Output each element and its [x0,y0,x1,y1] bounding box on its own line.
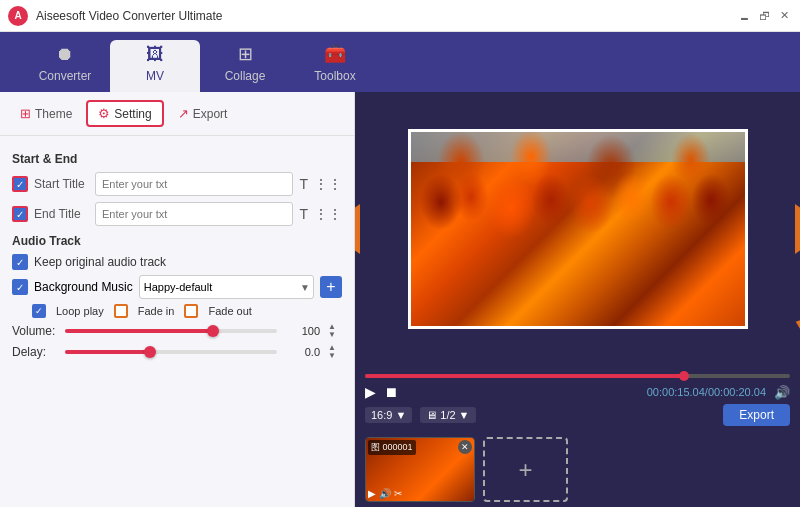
play-button[interactable]: ▶ [365,384,376,400]
start-title-input[interactable] [95,172,293,196]
setting-icon: ⚙ [98,106,110,121]
mv-icon: 🖼 [146,44,164,65]
delay-label: Delay: [12,345,57,359]
keep-original-checkbox[interactable]: ✓ [12,254,28,270]
film-clip-remove-button[interactable]: ✕ [458,440,472,454]
volume-slider[interactable] [65,329,277,333]
export-button[interactable]: Export [723,404,790,426]
preview-video [408,129,748,329]
progress-fill [365,374,684,378]
music-select-wrapper: Happy-default Romantic Energetic Calm ▼ [139,275,314,299]
subtab-theme-label: Theme [35,107,72,121]
end-title-row: ✓ End Title T ⋮⋮ [12,202,342,226]
scale-value: 1/2 [440,409,455,421]
film-clip-label: 图 000001 [368,440,416,455]
volume-icon[interactable]: 🔊 [774,385,790,400]
subtab-export-label: Export [193,107,228,121]
add-clip-icon: + [518,456,532,484]
nav-tabs: ⏺ Converter 🖼 MV ⊞ Collage 🧰 Toolbox [0,32,800,92]
filmstrip: 图 000001 ✕ ▶ 🔊 ✂ + [355,432,800,507]
tab-mv[interactable]: 🖼 MV [110,40,200,92]
delay-slider[interactable] [65,350,277,354]
scissors-icon: ✂ [394,488,402,499]
theme-icon: ⊞ [20,106,31,121]
title-bar: A Aiseesoft Video Converter Ultimate 🗕 🗗… [0,0,800,32]
end-text-format-button[interactable]: T [299,206,308,222]
play-icon: ▶ [368,488,376,499]
time-display: 00:00:15.04/00:00:20.04 [406,386,766,398]
subtab-theme[interactable]: ⊞ Theme [10,102,82,125]
end-title-input[interactable] [95,202,293,226]
film-clip[interactable]: 图 000001 ✕ ▶ 🔊 ✂ [365,437,475,502]
bg-music-label: Background Music [34,280,133,294]
loop-check-icon: ✓ [35,306,43,316]
window-controls: 🗕 🗗 ✕ [736,8,792,24]
restore-button[interactable]: 🗗 [756,8,772,24]
sub-tabs: ⊞ Theme ⚙ Setting ↗ Export [0,92,354,136]
volume-row: Volume: 100 ▲ ▼ [12,323,342,339]
volume-value: 100 [285,325,320,337]
add-music-button[interactable]: + [320,276,342,298]
progress-thumb [679,371,689,381]
settings-content: Start & End ✓ Start Title T ⋮⋮ ✓ End Tit… [0,136,354,507]
fade-out-checkbox[interactable] [184,304,198,318]
tab-collage[interactable]: ⊞ Collage [200,40,290,92]
right-panel: ▶ ⏹ 00:00:15.04/00:00:20.04 🔊 16:9 ▼ 🖥 1… [355,92,800,507]
start-title-checkbox[interactable]: ✓ [12,176,28,192]
tab-toolbox[interactable]: 🧰 Toolbox [290,40,380,92]
add-clip-button[interactable]: + [483,437,568,502]
end-title-label: End Title [34,207,89,221]
start-title-label: Start Title [34,177,89,191]
volume-down-button[interactable]: ▼ [328,331,342,339]
bg-music-row: ✓ Background Music Happy-default Romanti… [12,275,342,299]
delay-down-button[interactable]: ▼ [328,352,342,360]
keep-original-label: Keep original audio track [34,255,166,269]
scale-icon: 🖥 [426,409,437,421]
progress-bar[interactable] [365,374,790,378]
bottom-arrow-decoration [789,303,800,349]
loop-play-checkbox[interactable]: ✓ [32,304,46,318]
right-arrow-decoration [795,204,800,254]
preview-area [355,92,800,366]
play-controls: ▶ ⏹ 00:00:15.04/00:00:20.04 🔊 16:9 ▼ 🖥 1… [355,366,800,432]
controls-row2: 16:9 ▼ 🖥 1/2 ▼ Export [365,404,790,426]
minimize-button[interactable]: 🗕 [736,8,752,24]
fade-in-checkbox[interactable] [114,304,128,318]
volume-stepper[interactable]: ▲ ▼ [328,323,342,339]
start-text-format-button[interactable]: T [299,176,308,192]
start-end-title: Start & End [12,152,342,166]
loop-play-label: Loop play [56,305,104,317]
tab-converter-label: Converter [39,69,92,83]
converter-icon: ⏺ [56,44,74,65]
bg-music-checkbox[interactable]: ✓ [12,279,28,295]
keep-check-icon: ✓ [16,257,24,268]
fade-out-label: Fade out [208,305,251,317]
subtab-setting[interactable]: ⚙ Setting [86,100,163,127]
scale-arrow: ▼ [459,409,470,421]
start-title-row: ✓ Start Title T ⋮⋮ [12,172,342,196]
aspect-ratio-button[interactable]: 16:9 ▼ [365,407,412,423]
end-grid-button[interactable]: ⋮⋮ [314,206,342,222]
app-logo: A [8,6,28,26]
start-check-icon: ✓ [16,179,24,190]
playback-options-row: ✓ Loop play Fade in Fade out [12,304,342,318]
tree-overlay [411,132,745,326]
end-title-checkbox[interactable]: ✓ [12,206,28,222]
left-arrow-decoration [355,204,360,254]
music-select[interactable]: Happy-default Romantic Energetic Calm [139,275,314,299]
tab-toolbox-label: Toolbox [314,69,355,83]
delay-value: 0.0 [285,346,320,358]
scale-button[interactable]: 🖥 1/2 ▼ [420,407,475,423]
aspect-ratio-value: 16:9 [371,409,392,421]
stop-button[interactable]: ⏹ [384,384,398,400]
tab-collage-label: Collage [225,69,266,83]
tab-converter[interactable]: ⏺ Converter [20,40,110,92]
delay-stepper[interactable]: ▲ ▼ [328,344,342,360]
subtab-setting-label: Setting [114,107,151,121]
start-grid-button[interactable]: ⋮⋮ [314,176,342,192]
app-title: Aiseesoft Video Converter Ultimate [36,9,736,23]
keep-original-row: ✓ Keep original audio track [12,254,342,270]
audio-track-title: Audio Track [12,234,342,248]
close-button[interactable]: ✕ [776,8,792,24]
subtab-export[interactable]: ↗ Export [168,102,238,125]
